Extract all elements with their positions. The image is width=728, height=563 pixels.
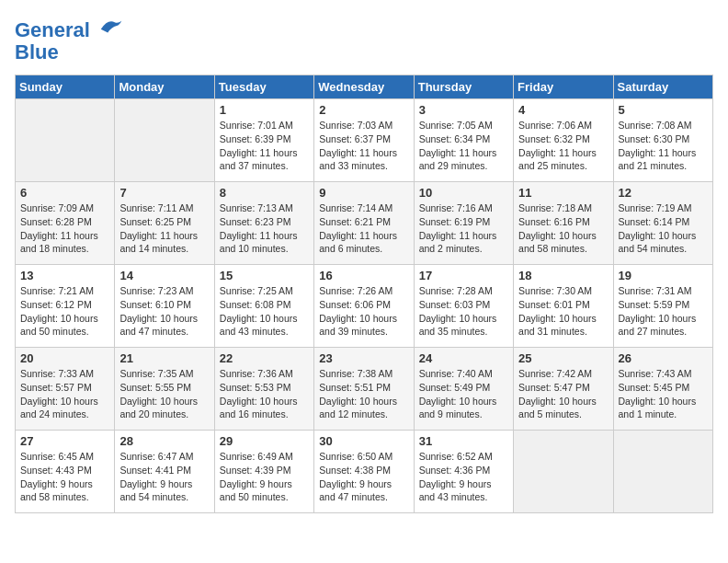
calendar-cell: 19Sunrise: 7:31 AMSunset: 5:59 PMDayligh… bbox=[613, 265, 712, 348]
day-info: Sunrise: 7:14 AMSunset: 6:21 PMDaylight:… bbox=[319, 201, 408, 256]
day-number: 19 bbox=[619, 269, 708, 282]
day-number: 7 bbox=[119, 186, 209, 200]
day-number: 11 bbox=[518, 186, 608, 200]
day-info: Sunrise: 7:13 AMSunset: 6:23 PMDaylight:… bbox=[220, 201, 309, 256]
day-info: Sunrise: 7:01 AMSunset: 6:39 PMDaylight:… bbox=[220, 119, 309, 173]
page-header: General Blue bbox=[15, 15, 713, 63]
day-info: Sunrise: 7:05 AMSunset: 6:34 PMDaylight:… bbox=[419, 119, 508, 173]
calendar-cell: 11Sunrise: 7:18 AMSunset: 6:16 PMDayligh… bbox=[514, 182, 613, 265]
weekday-header-saturday: Saturday bbox=[613, 75, 712, 99]
day-info: Sunrise: 7:19 AMSunset: 6:14 PMDaylight:… bbox=[619, 201, 708, 256]
day-number: 9 bbox=[319, 186, 408, 200]
calendar-cell: 25Sunrise: 7:42 AMSunset: 5:47 PMDayligh… bbox=[514, 348, 613, 431]
day-number: 3 bbox=[419, 103, 508, 117]
day-number: 28 bbox=[119, 434, 209, 448]
day-info: Sunrise: 6:52 AMSunset: 4:36 PMDaylight:… bbox=[419, 450, 508, 504]
day-number: 1 bbox=[220, 103, 309, 117]
day-number: 27 bbox=[20, 434, 109, 448]
day-number: 14 bbox=[119, 269, 209, 282]
day-info: Sunrise: 7:42 AMSunset: 5:47 PMDaylight:… bbox=[518, 367, 608, 421]
day-number: 30 bbox=[319, 434, 408, 448]
weekday-header-monday: Monday bbox=[115, 75, 214, 99]
day-number: 2 bbox=[319, 103, 408, 117]
day-info: Sunrise: 6:49 AMSunset: 4:39 PMDaylight:… bbox=[220, 450, 309, 504]
day-number: 25 bbox=[518, 351, 608, 365]
calendar-cell: 14Sunrise: 7:23 AMSunset: 6:10 PMDayligh… bbox=[115, 265, 214, 348]
calendar-cell bbox=[514, 431, 613, 513]
calendar-cell: 1Sunrise: 7:01 AMSunset: 6:39 PMDaylight… bbox=[214, 99, 313, 182]
day-number: 23 bbox=[319, 351, 408, 365]
calendar-cell: 17Sunrise: 7:28 AMSunset: 6:03 PMDayligh… bbox=[414, 265, 513, 348]
day-info: Sunrise: 6:45 AMSunset: 4:43 PMDaylight:… bbox=[20, 450, 109, 504]
day-info: Sunrise: 7:36 AMSunset: 5:53 PMDaylight:… bbox=[220, 367, 309, 421]
calendar-cell: 22Sunrise: 7:36 AMSunset: 5:53 PMDayligh… bbox=[214, 348, 313, 431]
day-info: Sunrise: 7:06 AMSunset: 6:32 PMDaylight:… bbox=[518, 119, 608, 173]
calendar-cell: 5Sunrise: 7:08 AMSunset: 6:30 PMDaylight… bbox=[613, 99, 712, 182]
calendar-cell: 31Sunrise: 6:52 AMSunset: 4:36 PMDayligh… bbox=[414, 431, 513, 513]
calendar-cell: 20Sunrise: 7:33 AMSunset: 5:57 PMDayligh… bbox=[16, 348, 115, 431]
calendar-week-4: 20Sunrise: 7:33 AMSunset: 5:57 PMDayligh… bbox=[16, 348, 713, 431]
logo-bird-icon bbox=[97, 15, 125, 37]
day-number: 17 bbox=[419, 269, 508, 282]
calendar-week-1: 1Sunrise: 7:01 AMSunset: 6:39 PMDaylight… bbox=[16, 99, 713, 182]
day-info: Sunrise: 7:23 AMSunset: 6:10 PMDaylight:… bbox=[119, 284, 209, 339]
day-number: 29 bbox=[220, 434, 309, 448]
weekday-header-tuesday: Tuesday bbox=[214, 75, 313, 99]
day-number: 12 bbox=[619, 186, 708, 200]
calendar-cell: 10Sunrise: 7:16 AMSunset: 6:19 PMDayligh… bbox=[414, 182, 513, 265]
logo-text-line1: General bbox=[15, 18, 90, 41]
weekday-header-row: SundayMondayTuesdayWednesdayThursdayFrid… bbox=[16, 75, 713, 99]
calendar-cell: 30Sunrise: 6:50 AMSunset: 4:38 PMDayligh… bbox=[314, 431, 414, 513]
day-info: Sunrise: 7:28 AMSunset: 6:03 PMDaylight:… bbox=[419, 284, 508, 339]
day-info: Sunrise: 7:38 AMSunset: 5:51 PMDaylight:… bbox=[319, 367, 408, 421]
day-info: Sunrise: 6:50 AMSunset: 4:38 PMDaylight:… bbox=[319, 450, 408, 504]
weekday-header-wednesday: Wednesday bbox=[314, 75, 414, 99]
calendar-cell bbox=[613, 431, 712, 513]
weekday-header-sunday: Sunday bbox=[16, 75, 115, 99]
day-number: 24 bbox=[419, 351, 508, 365]
calendar-cell: 27Sunrise: 6:45 AMSunset: 4:43 PMDayligh… bbox=[16, 431, 115, 513]
calendar-week-5: 27Sunrise: 6:45 AMSunset: 4:43 PMDayligh… bbox=[16, 431, 713, 513]
day-number: 18 bbox=[518, 269, 608, 282]
calendar-cell bbox=[115, 99, 214, 182]
day-info: Sunrise: 7:03 AMSunset: 6:37 PMDaylight:… bbox=[319, 119, 408, 173]
calendar-cell: 24Sunrise: 7:40 AMSunset: 5:49 PMDayligh… bbox=[414, 348, 513, 431]
day-number: 16 bbox=[319, 269, 408, 282]
day-number: 20 bbox=[20, 351, 109, 365]
day-info: Sunrise: 6:47 AMSunset: 4:41 PMDaylight:… bbox=[119, 450, 209, 504]
day-number: 6 bbox=[20, 186, 109, 200]
calendar-cell: 23Sunrise: 7:38 AMSunset: 5:51 PMDayligh… bbox=[314, 348, 414, 431]
day-info: Sunrise: 7:08 AMSunset: 6:30 PMDaylight:… bbox=[619, 119, 708, 173]
day-number: 10 bbox=[419, 186, 508, 200]
weekday-header-thursday: Thursday bbox=[414, 75, 513, 99]
day-info: Sunrise: 7:26 AMSunset: 6:06 PMDaylight:… bbox=[319, 284, 408, 339]
day-number: 21 bbox=[119, 351, 209, 365]
day-number: 31 bbox=[419, 434, 508, 448]
calendar-body: 1Sunrise: 7:01 AMSunset: 6:39 PMDaylight… bbox=[16, 99, 713, 513]
calendar-cell: 29Sunrise: 6:49 AMSunset: 4:39 PMDayligh… bbox=[214, 431, 313, 513]
calendar-cell: 7Sunrise: 7:11 AMSunset: 6:25 PMDaylight… bbox=[115, 182, 214, 265]
day-info: Sunrise: 7:09 AMSunset: 6:28 PMDaylight:… bbox=[20, 201, 109, 256]
day-info: Sunrise: 7:35 AMSunset: 5:55 PMDaylight:… bbox=[119, 367, 209, 421]
day-number: 13 bbox=[20, 269, 109, 282]
day-info: Sunrise: 7:25 AMSunset: 6:08 PMDaylight:… bbox=[220, 284, 309, 339]
calendar-cell: 2Sunrise: 7:03 AMSunset: 6:37 PMDaylight… bbox=[314, 99, 414, 182]
logo: General Blue bbox=[15, 15, 125, 63]
calendar-week-3: 13Sunrise: 7:21 AMSunset: 6:12 PMDayligh… bbox=[16, 265, 713, 348]
calendar-cell: 6Sunrise: 7:09 AMSunset: 6:28 PMDaylight… bbox=[16, 182, 115, 265]
day-number: 26 bbox=[619, 351, 708, 365]
day-info: Sunrise: 7:16 AMSunset: 6:19 PMDaylight:… bbox=[419, 201, 508, 256]
calendar-cell bbox=[16, 99, 115, 182]
calendar-cell: 4Sunrise: 7:06 AMSunset: 6:32 PMDaylight… bbox=[514, 99, 613, 182]
calendar-cell: 21Sunrise: 7:35 AMSunset: 5:55 PMDayligh… bbox=[115, 348, 214, 431]
day-info: Sunrise: 7:40 AMSunset: 5:49 PMDaylight:… bbox=[419, 367, 508, 421]
day-number: 4 bbox=[518, 103, 608, 117]
day-info: Sunrise: 7:18 AMSunset: 6:16 PMDaylight:… bbox=[518, 201, 608, 256]
day-info: Sunrise: 7:21 AMSunset: 6:12 PMDaylight:… bbox=[20, 284, 109, 339]
day-number: 5 bbox=[619, 103, 708, 117]
day-number: 22 bbox=[220, 351, 309, 365]
calendar-cell: 13Sunrise: 7:21 AMSunset: 6:12 PMDayligh… bbox=[16, 265, 115, 348]
calendar-cell: 8Sunrise: 7:13 AMSunset: 6:23 PMDaylight… bbox=[214, 182, 313, 265]
calendar-cell: 15Sunrise: 7:25 AMSunset: 6:08 PMDayligh… bbox=[214, 265, 313, 348]
calendar-table: SundayMondayTuesdayWednesdayThursdayFrid… bbox=[15, 75, 713, 513]
